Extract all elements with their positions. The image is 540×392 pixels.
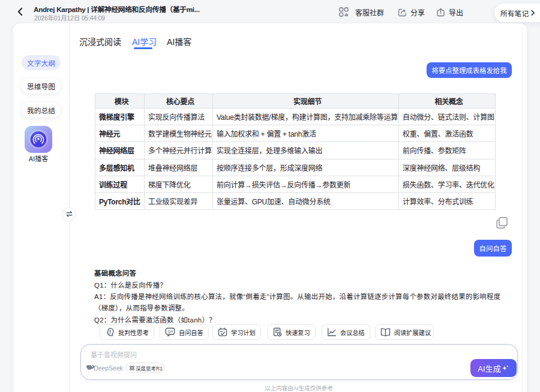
svg-text:QA: QA: [167, 329, 173, 333]
